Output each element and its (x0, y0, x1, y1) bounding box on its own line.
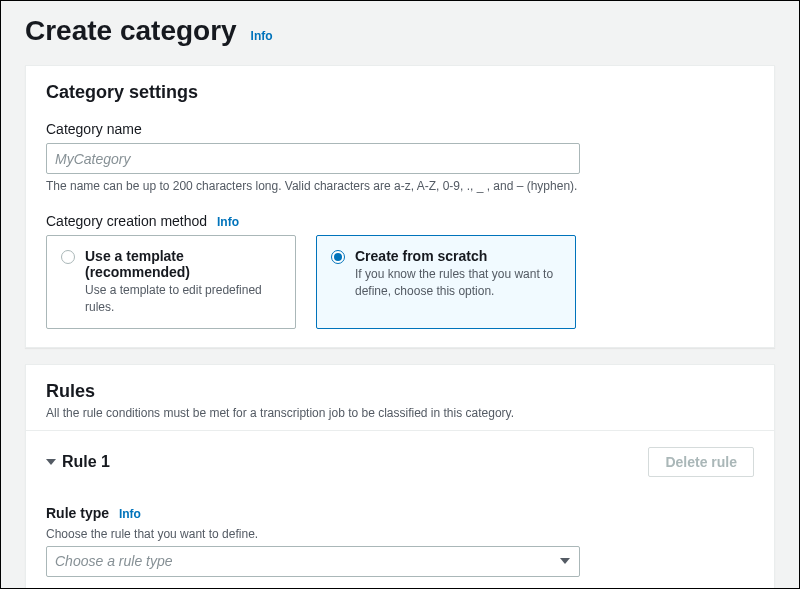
category-settings-header: Category settings (26, 66, 774, 113)
radio-icon (61, 250, 75, 264)
page-container: Create category Info Category settings C… (0, 0, 800, 589)
category-name-label: Category name (46, 121, 754, 137)
page-header: Create category Info (1, 1, 799, 65)
rule-type-label: Rule type (46, 505, 109, 521)
option-use-template[interactable]: Use a template (recommended) Use a templ… (46, 235, 296, 329)
page-info-link[interactable]: Info (251, 29, 273, 43)
chevron-down-icon (46, 459, 56, 465)
option-create-from-scratch[interactable]: Create from scratch If you know the rule… (316, 235, 576, 329)
rule-type-label-row: Rule type Info (46, 505, 754, 521)
rules-panel: Rules All the rule conditions must be me… (25, 364, 775, 589)
rule-type-info-link[interactable]: Info (119, 507, 141, 521)
page-title: Create category (25, 15, 237, 46)
option-content: Use a template (recommended) Use a templ… (85, 248, 281, 316)
creation-method-label: Category creation method Info (46, 213, 754, 229)
option-content: Create from scratch If you know the rule… (355, 248, 561, 316)
option-create-from-scratch-title: Create from scratch (355, 248, 561, 264)
rule-type-select[interactable]: Choose a rule type (46, 546, 580, 577)
rule-1-header-row: Rule 1 Delete rule (46, 445, 754, 477)
rule-1-section: Rule 1 Delete rule Rule type Info Choose… (26, 430, 774, 589)
rules-title: Rules (46, 381, 754, 402)
option-create-from-scratch-desc: If you know the rules that you want to d… (355, 266, 561, 300)
category-name-input[interactable] (46, 143, 580, 174)
category-settings-title: Category settings (46, 82, 754, 103)
radio-icon (331, 250, 345, 264)
rule-1-toggle[interactable]: Rule 1 (46, 453, 110, 471)
creation-method-section: Category creation method Info Use a temp… (46, 213, 754, 329)
category-settings-body: Category name The name can be up to 200 … (26, 113, 774, 347)
option-use-template-desc: Use a template to edit predefined rules. (85, 282, 281, 316)
rule-1-body: Rule type Info Choose the rule that you … (46, 505, 754, 577)
rule-type-sublabel: Choose the rule that you want to define. (46, 527, 754, 541)
rules-subtitle: All the rule conditions must be met for … (46, 406, 754, 420)
option-use-template-title: Use a template (recommended) (85, 248, 281, 280)
rule-type-select-wrap: Choose a rule type (46, 546, 580, 577)
creation-method-label-text: Category creation method (46, 213, 207, 229)
category-settings-panel: Category settings Category name The name… (25, 65, 775, 348)
rule-1-name: Rule 1 (62, 453, 110, 471)
creation-method-info-link[interactable]: Info (217, 215, 239, 229)
creation-method-options: Use a template (recommended) Use a templ… (46, 235, 754, 329)
category-name-hint: The name can be up to 200 characters lon… (46, 179, 754, 193)
delete-rule-button: Delete rule (648, 447, 754, 477)
rules-header: Rules All the rule conditions must be me… (26, 365, 774, 430)
